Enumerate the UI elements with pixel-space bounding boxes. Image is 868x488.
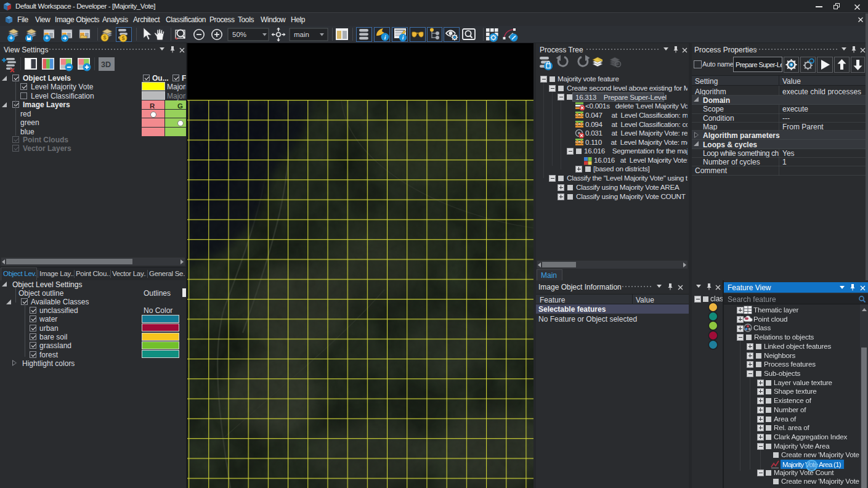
svg-text:3D: 3D bbox=[101, 60, 111, 69]
svg-text:+: + bbox=[45, 35, 49, 41]
svg-text:+: + bbox=[9, 35, 13, 41]
svg-text:main: main bbox=[294, 31, 309, 38]
svg-text:i: i bbox=[384, 34, 386, 41]
svg-text:50%: 50% bbox=[232, 31, 246, 38]
svg-text:i: i bbox=[402, 34, 404, 41]
